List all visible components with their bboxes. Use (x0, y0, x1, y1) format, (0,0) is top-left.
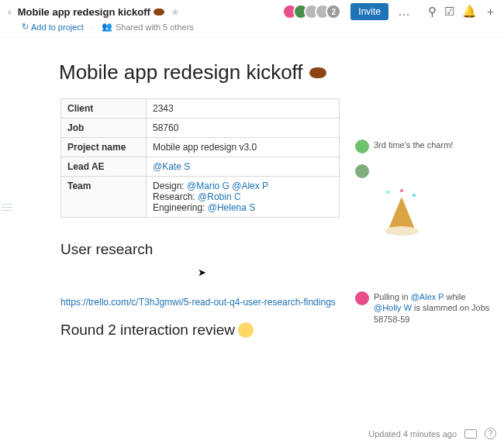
mention[interactable]: @Helena S (208, 202, 256, 213)
mention[interactable]: @Holly W (374, 303, 412, 312)
comment-text: Pulling in @Alex P while @Holly W is sla… (374, 291, 493, 325)
comment-fragment: while (444, 292, 465, 301)
cell-val: @Kate S (147, 157, 340, 177)
shared-with-label: Shared with 5 others (116, 22, 194, 32)
add-to-project-link[interactable]: ↻ Add to project (22, 22, 84, 32)
cell-key: Team (61, 177, 147, 218)
star-icon[interactable]: ★ (171, 6, 180, 18)
mention[interactable]: @Kate S (153, 161, 190, 172)
people-icon: 👥 (102, 22, 112, 32)
comment[interactable]: Pulling in @Alex P while @Holly W is sla… (355, 291, 493, 325)
table-row: Job 58760 (61, 119, 340, 138)
cell-key: Client (61, 99, 147, 119)
comment-fragment: Pulling in (374, 292, 411, 301)
comment-avatar-only[interactable] (355, 164, 493, 178)
help-icon[interactable]: ? (485, 428, 496, 439)
table-row: Client 2343 (61, 99, 340, 119)
separator: · (91, 22, 94, 32)
thinking-face-icon (238, 322, 254, 338)
avatar-overflow[interactable]: 2 (326, 4, 341, 19)
table-row: Lead AE @Kate S (61, 157, 340, 177)
party-popper-icon (383, 189, 420, 236)
doc-title-small-text: Mobile app redesign kickoff (18, 6, 150, 18)
updated-timestamp: Updated 4 minutes ago (368, 429, 457, 439)
cell-key: Project name (61, 138, 147, 157)
notifications-icon[interactable]: 🔔 (462, 5, 477, 19)
cell-key: Lead AE (61, 157, 147, 177)
table-row: Team Design: @Mario G @Alex P Research: … (61, 177, 340, 218)
refresh-icon: ↻ (22, 22, 29, 32)
trello-link[interactable]: https://trello.com/c/T3hJgmwi/5-read-out… (60, 297, 347, 308)
shared-with[interactable]: 👥 Shared with 5 others (102, 22, 194, 32)
back-chevron-icon[interactable]: ‹ (8, 5, 12, 18)
avatar (355, 291, 369, 305)
invite-button[interactable]: Invite (350, 3, 388, 20)
footer: Updated 4 minutes ago ? (368, 428, 496, 439)
cell-val: Mobile app redesign v3.0 (147, 138, 340, 157)
team-design-label: Design: (153, 181, 185, 191)
page-title-text: Mobile app redesign kickoff (59, 60, 303, 84)
cell-val: Design: @Mario G @Alex P Research: @Robi… (147, 177, 340, 218)
document-body[interactable]: Mobile app redesign kickoff Client 2343 … (14, 37, 347, 427)
search-icon[interactable]: ⚲ (428, 5, 437, 19)
comments-column: 3rd time's the charm! Pulling in @Alex P… (347, 37, 504, 427)
cell-val: 2343 (147, 99, 340, 119)
mention[interactable]: @Mario G (187, 181, 230, 191)
mention[interactable]: @Robin C (198, 191, 241, 202)
football-icon (309, 67, 326, 78)
team-eng-label: Engineering: (153, 202, 205, 213)
section-heading-round2-text: Round 2 interaction review (60, 322, 235, 339)
cell-val: 58760 (147, 119, 340, 138)
info-table: Client 2343 Job 58760 Project name Mobil… (60, 98, 340, 218)
team-research-label: Research: (153, 191, 195, 202)
new-icon[interactable]: ＋ (485, 5, 496, 19)
keyboard-icon[interactable] (464, 429, 477, 439)
comment-text: 3rd time's the charm! (374, 139, 453, 150)
more-menu-icon[interactable]: … (395, 5, 414, 19)
mention[interactable]: @Alex P (232, 181, 268, 191)
mention[interactable]: @Alex P (411, 292, 444, 301)
section-heading-user-research: User research (60, 241, 347, 258)
avatar (355, 164, 369, 178)
tasks-icon[interactable]: ☑ (444, 5, 454, 19)
doc-title-small: Mobile app redesign kickoff (18, 6, 164, 18)
add-to-project-label: Add to project (31, 22, 84, 32)
cell-key: Job (61, 119, 147, 138)
avatar (355, 139, 369, 153)
avatar-stack[interactable]: 2 (287, 4, 341, 19)
table-row: Project name Mobile app redesign v3.0 (61, 138, 340, 157)
football-icon (154, 9, 164, 15)
margin-indicator (2, 204, 12, 213)
comment[interactable]: 3rd time's the charm! (355, 139, 493, 153)
page-title: Mobile app redesign kickoff (59, 60, 347, 84)
section-heading-round2: Round 2 interaction review (60, 322, 347, 339)
